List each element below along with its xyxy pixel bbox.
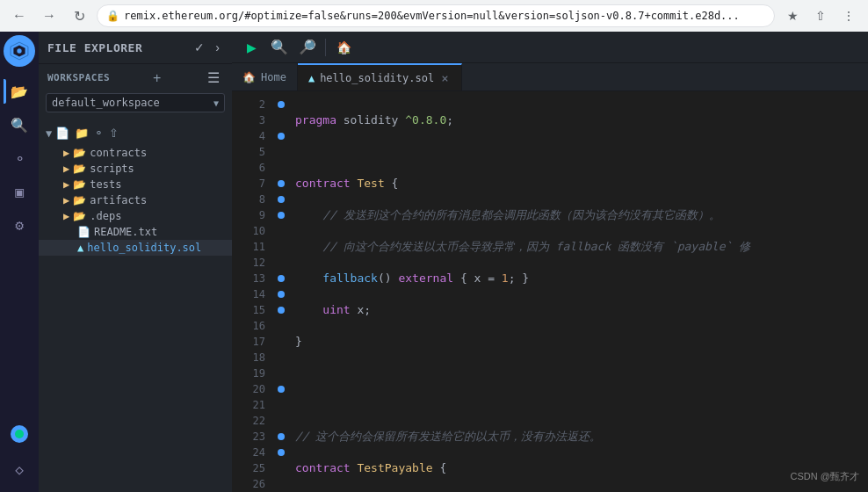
tree-item-artifacts[interactable]: ▶ 📂 artifacts [39,192,232,208]
address-bar[interactable]: 🔒 remix.ethereum.org/#optimize=false&run… [97,4,775,27]
app-container: 📂 🔍 ⚬ ▣ ⚙ ◇ FILE EXPLORER [0,32,868,492]
lock-icon: 🔒 [106,10,119,22]
tab-hello-solidity[interactable]: ▲ hello_solidity.sol × [298,63,462,91]
app-logo[interactable] [4,35,35,67]
settings-icon: ⚙ [15,217,24,234]
sidebar-item-search[interactable]: 🔍 [4,109,35,141]
dot-4 [274,128,288,144]
back-button[interactable]: ← [7,4,32,28]
tree-label-deps: .deps [90,210,225,222]
new-file-button[interactable]: 📄 [54,125,71,141]
line-num-24: 24 [232,445,274,460]
main-content: ▶ 🔍 🔎 🏠 🏠 Home ▲ hello_solidity.sol × 2 … [232,32,868,492]
code-line-6: // 向这个合约发送以太币会导致异常，因为 fallback 函数没有 `pay… [295,239,861,255]
dot-8 [274,192,288,207]
git-root-button[interactable]: ⚬ [92,125,105,141]
dot-12 [274,255,288,271]
network-status[interactable] [4,418,35,450]
workspace-select[interactable]: default_workspace ▼ [46,93,225,112]
forward-button[interactable]: → [37,4,61,28]
sidebar-item-settings[interactable]: ⚙ [4,209,35,241]
toolbar-divider [325,39,326,56]
line-num-12: 12 [232,255,274,271]
files-icon: 📂 [11,83,28,100]
tree-item-deps[interactable]: ▶ 📂 .deps [39,208,232,224]
dot-19 [274,365,288,381]
tree-item-readme[interactable]: 📄 README.txt [39,224,232,240]
network-dot [11,425,28,443]
run-button[interactable]: ▶ [239,35,264,60]
dot-11 [274,239,288,255]
code-line-7: fallback() external { x = 1; } [295,271,861,286]
dot-5 [274,144,288,160]
code-line-8: uint x; [295,302,861,318]
tree-item-tests[interactable]: ▶ 📂 tests [39,177,232,192]
search-icon: 🔍 [11,117,28,134]
tree-label-artifacts: artifacts [90,194,225,206]
contracts-folder-icon: 📂 [73,147,86,159]
code-editor[interactable]: pragma solidity ^0.8.0; contract Test { … [288,91,868,492]
check-button[interactable]: ✓ [191,39,208,56]
editor-area: 2 3 4 5 6 7 8 9 10 11 12 13 14 15 16 17 … [232,91,868,492]
reload-button[interactable]: ↻ [67,4,91,28]
line-num-9: 9 [232,207,274,223]
add-workspace-button[interactable]: + [151,71,163,85]
workspaces-bar: WORKSPACES + ☰ [39,64,232,91]
share-button[interactable]: ⇧ [808,4,833,28]
expand-button[interactable]: › [212,39,223,56]
tree-item-contracts[interactable]: ▶ 📂 contracts [39,145,232,161]
top-toolbar: ▶ 🔍 🔎 🏠 [232,32,868,63]
line-num-17: 17 [232,334,274,350]
tree-item-scripts[interactable]: ▶ 📂 scripts [39,161,232,177]
dot-18 [274,350,288,365]
home-tab-label: Home [261,71,286,83]
icon-bar: 📂 🔍 ⚬ ▣ ⚙ ◇ [0,32,39,492]
dot-26 [274,476,288,492]
code-line-3 [295,144,861,160]
chevron-down-icon: ▼ [46,127,52,140]
home-toolbar-button[interactable]: 🏠 [331,35,356,60]
line-num-20: 20 [232,381,274,397]
git-icon: ⚬ [14,150,25,167]
sidebar-item-deploy[interactable]: ◇ [4,453,35,485]
more-button[interactable]: ⋮ [836,4,861,28]
line-num-19: 19 [232,365,274,381]
upload-button[interactable]: ⇧ [107,125,120,141]
dot-17 [274,334,288,350]
plugin-icon: ▣ [15,184,24,200]
sidebar-item-extensions[interactable]: ▣ [4,176,35,207]
dropdown-icon: ▼ [213,98,219,108]
network-dot-inner [15,430,24,438]
new-folder-button[interactable]: 📁 [73,125,90,141]
svg-point-2 [17,48,21,53]
line-num-14: 14 [232,286,274,302]
code-line-10 [295,365,861,381]
bookmark-star-button[interactable]: ★ [780,4,805,28]
dot-6 [274,160,288,176]
dot-25 [274,460,288,476]
tab-home[interactable]: 🏠 Home [232,63,298,91]
tabs-bar: 🏠 Home ▲ hello_solidity.sol × [232,63,868,91]
artifacts-folder-icon: 📂 [73,194,86,206]
line-num-18: 18 [232,350,274,365]
line-dots [274,91,288,492]
sidebar-item-git[interactable]: ⚬ [4,142,35,174]
url-text: remix.ethereum.org/#optimize=false&runs=… [124,10,765,22]
sidebar-item-files[interactable]: 📂 [4,76,35,107]
tree-item-hello-sol[interactable]: ▲ hello_solidity.sol [39,240,232,256]
deploy-icon: ◇ [15,461,24,478]
line-num-2: 2 [232,97,274,112]
tree-label-hello-sol: hello_solidity.sol [87,242,225,254]
workspaces-menu-button[interactable]: ☰ [204,69,223,86]
dot-20 [274,381,288,397]
sidebar: FILE EXPLORER ✓ › WORKSPACES + ☰ default… [39,32,232,492]
zoom-in-button[interactable]: 🔎 [295,35,320,60]
code-line-11 [295,397,861,413]
folder-icon: ▶ [63,147,69,159]
browser-chrome: ← → ↻ 🔒 remix.ethereum.org/#optimize=fal… [0,0,868,32]
tab-close-button[interactable]: × [439,71,450,85]
zoom-out-button[interactable]: 🔍 [267,35,292,60]
dot-10 [274,223,288,239]
sidebar-title: FILE EXPLORER [47,41,142,54]
dot-14 [274,286,288,302]
